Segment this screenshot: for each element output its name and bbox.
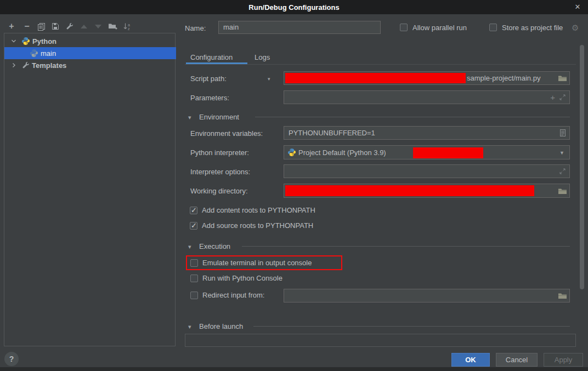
edit-variables-icon[interactable] xyxy=(560,129,566,136)
tab-logs[interactable]: Logs xyxy=(255,53,270,61)
gear-icon[interactable]: ⚙ xyxy=(572,23,579,33)
title-bar: Run/Debug Configurations ✕ xyxy=(0,0,588,14)
window-bottom-edge xyxy=(0,367,588,371)
dropdown-arrow-icon[interactable]: ▼ xyxy=(559,150,564,156)
interpreter-options-input[interactable] xyxy=(284,164,570,178)
run-debug-configurations-dialog: Run/Debug Configurations ✕ + − xyxy=(0,0,588,371)
help-icon: ? xyxy=(9,355,14,363)
name-input[interactable]: main xyxy=(218,21,381,34)
copy-configuration-button[interactable] xyxy=(36,21,46,31)
name-label: Name: xyxy=(185,24,206,32)
redaction-block xyxy=(285,185,534,196)
ok-button[interactable]: OK xyxy=(451,353,490,367)
chevron-down-icon[interactable] xyxy=(10,38,17,44)
browse-folder-icon[interactable] xyxy=(558,293,567,299)
cancel-button-label: Cancel xyxy=(506,356,528,364)
allow-parallel-run-label[interactable]: Allow parallel run xyxy=(412,24,467,32)
tree-item-main[interactable]: main xyxy=(4,47,176,59)
script-path-input[interactable]: sample-project/main.py xyxy=(284,71,570,85)
wrench-icon xyxy=(66,22,74,30)
expand-field-icon[interactable] xyxy=(559,94,566,100)
chevron-right-icon[interactable] xyxy=(10,62,17,69)
minus-icon: − xyxy=(24,22,29,31)
emulate-terminal-label[interactable]: Emulate terminal in output console xyxy=(202,259,312,267)
parameters-label: Parameters: xyxy=(190,94,229,102)
environment-collapse-icon[interactable]: ▾ xyxy=(188,114,191,121)
environment-variables-value: PYTHONUNBUFFERED=1 xyxy=(289,129,375,137)
add-source-roots-checkbox[interactable] xyxy=(190,222,197,230)
move-up-button[interactable] xyxy=(79,21,89,31)
redaction-block xyxy=(285,73,466,83)
parameters-input[interactable]: + xyxy=(284,90,570,104)
help-button[interactable]: ? xyxy=(4,352,19,366)
store-as-project-file-checkbox[interactable] xyxy=(489,24,497,31)
python-icon xyxy=(287,148,296,157)
redirect-input-checkbox[interactable] xyxy=(190,292,198,299)
run-with-python-console-checkbox[interactable] xyxy=(190,275,198,282)
add-configuration-button[interactable]: + xyxy=(7,21,16,31)
apply-button[interactable]: Apply xyxy=(544,353,583,367)
tree-item-label: Python xyxy=(32,37,56,45)
svg-text:z: z xyxy=(128,27,130,31)
script-path-value: sample-project/main.py xyxy=(467,74,540,82)
python-interpreter-value: Project Default (Python 3.9) xyxy=(298,149,386,157)
tab-separator xyxy=(185,64,576,65)
add-source-roots-label[interactable]: Add source roots to PYTHONPATH xyxy=(202,221,313,230)
before-launch-task-list[interactable] xyxy=(185,334,576,347)
store-as-project-file-label[interactable]: Store as project file xyxy=(502,24,563,32)
close-icon[interactable]: ✕ xyxy=(573,2,583,12)
new-folder-icon xyxy=(108,22,117,30)
section-divider xyxy=(242,246,570,247)
before-launch-collapse-icon[interactable]: ▾ xyxy=(188,323,191,330)
move-down-button[interactable] xyxy=(93,21,103,31)
add-content-roots-label[interactable]: Add content roots to PYTHONPATH xyxy=(202,206,315,214)
before-launch-section-title[interactable]: Before launch xyxy=(199,322,243,330)
save-configuration-button[interactable] xyxy=(50,21,60,31)
execution-section-title[interactable]: Execution xyxy=(199,242,230,250)
environment-section-title[interactable]: Environment xyxy=(199,113,239,121)
script-path-target-dropdown-icon[interactable]: ▾ xyxy=(268,76,270,82)
python-icon xyxy=(21,37,30,45)
run-with-python-console-label[interactable]: Run with Python Console xyxy=(202,274,282,282)
tree-item-label: main xyxy=(41,49,56,58)
environment-variables-input[interactable]: PYTHONUNBUFFERED=1 xyxy=(284,126,570,140)
browse-folder-icon[interactable] xyxy=(558,75,567,82)
tree-item-python[interactable]: Python xyxy=(5,35,176,47)
remove-configuration-button[interactable]: − xyxy=(22,21,32,31)
tree-item-label: Templates xyxy=(32,61,66,70)
new-folder-button[interactable] xyxy=(108,21,117,31)
before-launch-panel-edge xyxy=(185,346,576,347)
expand-field-icon[interactable] xyxy=(559,168,566,174)
redirect-input-label[interactable]: Redirect input from: xyxy=(202,291,264,299)
cancel-button[interactable]: Cancel xyxy=(496,353,538,367)
working-directory-label: Working directory: xyxy=(190,187,248,195)
browse-folder-icon[interactable] xyxy=(558,188,567,195)
wrench-icon xyxy=(22,61,30,69)
add-macro-icon[interactable]: + xyxy=(550,93,555,102)
sort-alphabetically-icon: a z xyxy=(123,22,131,31)
add-content-roots-checkbox[interactable] xyxy=(190,207,197,214)
dialog-title: Run/Debug Configurations xyxy=(248,3,339,12)
redirect-input-file-input[interactable] xyxy=(284,289,570,302)
edit-templates-button[interactable] xyxy=(65,21,75,31)
tree-item-templates[interactable]: Templates xyxy=(5,59,176,71)
vertical-scrollbar[interactable] xyxy=(580,45,584,289)
allow-parallel-run-checkbox[interactable] xyxy=(400,24,408,31)
sort-configurations-button[interactable]: a z xyxy=(122,21,132,31)
python-interpreter-dropdown[interactable]: Project Default (Python 3.9) ▼ xyxy=(284,145,570,159)
python-interpreter-label: Python interpreter: xyxy=(190,149,249,157)
section-divider xyxy=(255,117,570,117)
emulate-terminal-checkbox[interactable] xyxy=(190,259,198,267)
section-divider xyxy=(253,326,570,327)
python-icon xyxy=(30,49,38,58)
apply-button-label: Apply xyxy=(555,356,573,364)
configurations-tree: Python main Templates xyxy=(4,33,176,346)
tab-configuration[interactable]: Configuration xyxy=(190,53,233,61)
execution-collapse-icon[interactable]: ▾ xyxy=(188,243,191,250)
svg-text:a: a xyxy=(128,22,130,26)
script-path-label: Script path: xyxy=(190,75,227,83)
working-directory-input[interactable] xyxy=(284,184,570,198)
ok-button-label: OK xyxy=(465,356,476,364)
arrow-down-icon xyxy=(95,25,101,28)
environment-variables-label: Environment variables: xyxy=(190,129,263,138)
